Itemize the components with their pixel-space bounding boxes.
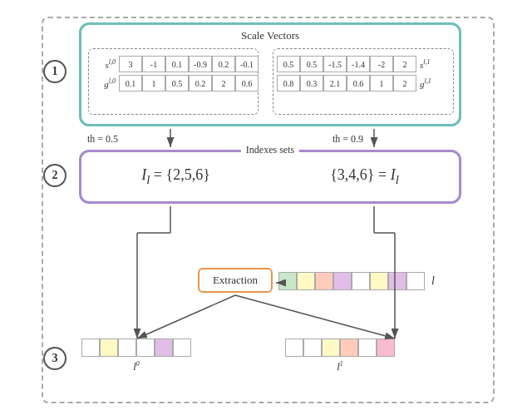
index-set-right: {3,4,6} = Il — [270, 166, 459, 187]
l0-label: l0 — [133, 360, 140, 373]
l-label: l — [431, 274, 435, 288]
g-l1-cells: 0.8 0.3 2.1 0.6 1 2 — [277, 75, 416, 91]
l-row-cells — [278, 272, 425, 290]
step-2-circle: 2 — [43, 164, 66, 187]
s-l1-cells: 0.5 0.5 -1.5 -1.4 -2 2 — [277, 56, 416, 72]
right-sub-box: 0.5 0.5 -1.5 -1.4 -2 2 sl,1 0.8 0.3 2.1 … — [273, 48, 454, 115]
output-l1: l1 — [285, 338, 395, 373]
step-1-circle: 1 — [43, 60, 66, 83]
extraction-box: Extraction — [198, 268, 273, 293]
g-l1-label: gl,1 — [420, 77, 443, 89]
th-left-label: th = 0.5 — [87, 133, 118, 146]
extraction-label: Extraction — [213, 274, 258, 287]
index-sets-box: Indexes sets Il = {2,5,6} {3,4,6} = Il — [79, 150, 461, 204]
th-right-label: th = 0.9 — [332, 133, 363, 146]
l1-label: l1 — [337, 360, 343, 373]
l1-cells — [285, 338, 395, 357]
left-sub-box: sl,0 3 -1 0.1 -0.9 0.2 -0.1 gl,0 0.1 1 0… — [88, 48, 259, 115]
s-l0-label: sl,0 — [92, 58, 116, 70]
g-l0-label: gl,0 — [92, 77, 116, 89]
s-l0-cells: 3 -1 0.1 -0.9 0.2 -0.1 — [119, 56, 259, 72]
diagram-container: 1 2 3 Scale Vectors sl,0 3 -1 0.1 -0.9 0… — [17, 10, 515, 409]
l-feature-row: l — [278, 272, 435, 290]
scale-vectors-box: Scale Vectors sl,0 3 -1 0.1 -0.9 0.2 -0.… — [79, 22, 461, 126]
s-l1-label: sl,1 — [420, 58, 443, 70]
index-sets-title: Indexes sets — [241, 144, 299, 156]
output-l0: l0 — [81, 338, 191, 373]
scale-vectors-title: Scale Vectors — [81, 29, 459, 42]
index-set-left: Il = {2,5,6} — [81, 166, 270, 187]
l0-cells — [81, 338, 191, 357]
g-l0-cells: 0.1 1 0.5 0.2 2 0.6 — [119, 75, 259, 91]
step-3-circle: 3 — [43, 347, 66, 370]
